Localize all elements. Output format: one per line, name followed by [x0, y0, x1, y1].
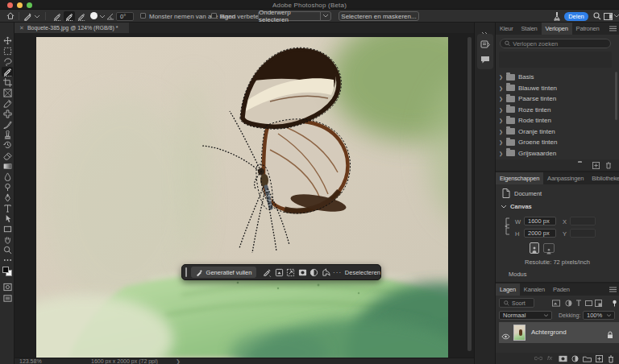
deselect-button[interactable]: Deselecteren: [345, 269, 380, 276]
layer-effects-icon[interactable]: fx: [547, 354, 552, 362]
eyedropper-tool-icon[interactable]: [2, 98, 13, 108]
history-brush-tool-icon[interactable]: [2, 140, 13, 150]
filter-smart-objects-icon[interactable]: [592, 298, 604, 308]
gradient-folder-rode[interactable]: ❯Rode tinten: [499, 115, 613, 126]
butterfly-photo[interactable]: [36, 37, 448, 358]
link-dimensions-icon[interactable]: [504, 217, 510, 235]
tab-kanalen[interactable]: Kanalen: [520, 283, 549, 296]
close-tab-icon[interactable]: ✕: [19, 25, 24, 31]
link-layers-icon[interactable]: [534, 356, 542, 361]
hand-tool-icon[interactable]: [2, 234, 13, 244]
crop-tool-icon[interactable]: [2, 77, 13, 87]
sample-all-layers-checkbox[interactable]: [140, 13, 146, 19]
new-layer-icon[interactable]: [596, 355, 603, 362]
gradient-folder-basis[interactable]: ❯Basis: [499, 72, 613, 82]
tab-bibliotheken[interactable]: Bibliotheken: [588, 172, 619, 184]
transform-selection-icon[interactable]: [285, 267, 297, 278]
canvas-section-header[interactable]: Canvas: [501, 203, 532, 210]
generative-fill-button[interactable]: Generatief vullen: [191, 267, 257, 278]
tool-preset-dropdown-icon[interactable]: [35, 15, 39, 19]
more-options-icon[interactable]: ···: [331, 267, 343, 278]
refine-edge-checkbox[interactable]: [211, 13, 217, 19]
tab-stalen[interactable]: Stalen: [517, 23, 542, 35]
chevron-down-icon[interactable]: [614, 14, 619, 18]
path-selection-tool-icon[interactable]: [2, 213, 13, 223]
select-subject-button[interactable]: Onderwerp selecteren: [258, 11, 321, 21]
eraser-tool-icon[interactable]: [2, 151, 13, 160]
document-label[interactable]: Document: [514, 190, 542, 197]
tab-verlopen[interactable]: Verlopen: [542, 23, 572, 35]
document-scrollbar[interactable]: [467, 37, 472, 351]
type-tool-icon[interactable]: [2, 203, 13, 213]
share-button[interactable]: Delen: [564, 12, 588, 21]
width-field[interactable]: 1600 px: [524, 217, 556, 225]
gradient-folder-paarse[interactable]: ❯Paarse tinten: [499, 93, 613, 104]
subtract-selection-brush-icon[interactable]: [76, 11, 87, 21]
home-icon[interactable]: [6, 12, 15, 20]
blend-mode-select[interactable]: Normaal: [499, 311, 552, 320]
opacity-field[interactable]: 100%: [583, 311, 615, 320]
x-field[interactable]: [570, 217, 596, 225]
remove-background-icon[interactable]: [273, 267, 285, 278]
brush-size-dropdown-icon[interactable]: [100, 15, 105, 19]
panel-menu-icon[interactable]: [609, 23, 619, 35]
tab-lagen[interactable]: Lagen: [496, 283, 520, 296]
tab-paden[interactable]: Paden: [549, 283, 574, 296]
layer-row-achtergrond[interactable]: Achtergrond: [499, 322, 619, 343]
filter-pin-icon[interactable]: [609, 298, 619, 308]
layer-filter-field[interactable]: Soort: [499, 298, 534, 308]
add-mask-icon[interactable]: [559, 355, 567, 362]
shape-tool-icon[interactable]: [2, 224, 13, 234]
gradient-folder-roze[interactable]: ❯Roze tinten: [499, 105, 613, 115]
status-chevron-icon[interactable]: ❯: [176, 358, 181, 364]
document-tab[interactable]: ✕ Boquete-385.jpg @ 124% (RGB/8) *: [15, 23, 129, 33]
move-tool-icon[interactable]: [2, 35, 13, 45]
new-item-icon[interactable]: [592, 162, 600, 169]
learn-panel-icon[interactable]: [480, 38, 490, 52]
clone-stamp-tool-icon[interactable]: [2, 130, 13, 139]
gradient-tool-icon[interactable]: [2, 161, 13, 171]
trash-icon[interactable]: [605, 162, 612, 169]
y-field[interactable]: [570, 229, 596, 238]
portrait-orientation-button[interactable]: [530, 242, 539, 254]
invert-selection-icon[interactable]: [308, 267, 320, 278]
pen-tool-icon[interactable]: [2, 192, 13, 202]
tab-aanpassingen[interactable]: Aanpassingen: [543, 172, 588, 184]
workspace-icon[interactable]: [604, 13, 613, 20]
layer-thumbnail[interactable]: [513, 325, 526, 341]
screen-mode-icon[interactable]: [2, 293, 13, 303]
layer-visibility-eye-icon[interactable]: [501, 329, 510, 343]
taskbar-drag-handle[interactable]: [185, 267, 187, 277]
gradient-folder-grijswaarden[interactable]: ❯Grijswaarden: [499, 148, 613, 159]
healing-brush-tool-icon[interactable]: [2, 109, 13, 118]
gradient-search-field[interactable]: [500, 39, 611, 48]
beta-feedback-icon[interactable]: [553, 12, 561, 21]
gradient-folder-groene[interactable]: ❯Groene tinten: [499, 137, 613, 147]
landscape-orientation-button[interactable]: [543, 243, 555, 253]
height-field[interactable]: 2000 px: [524, 229, 556, 238]
add-adjustment-icon[interactable]: [571, 355, 579, 362]
marquee-tool-icon[interactable]: [2, 46, 13, 56]
add-selection-brush-icon[interactable]: [64, 11, 75, 21]
gradients-scrollbar[interactable]: [615, 72, 617, 120]
panel-menu-icon[interactable]: [609, 283, 619, 296]
tool-preset-icon[interactable]: [23, 12, 32, 21]
zoom-tool-icon[interactable]: [2, 245, 13, 254]
frame-tool-icon[interactable]: [2, 88, 13, 97]
brush-size-picker[interactable]: [90, 12, 98, 19]
filter-adjustment-layers-icon[interactable]: [563, 298, 574, 308]
foreground-background-swatches[interactable]: [2, 267, 12, 278]
angle-field[interactable]: 0°: [116, 12, 134, 21]
gradient-search-input[interactable]: [513, 40, 606, 48]
blur-tool-icon[interactable]: [2, 172, 13, 181]
modify-selection-icon[interactable]: [261, 267, 273, 278]
comments-panel-icon[interactable]: [480, 53, 490, 68]
brush-tool-icon[interactable]: [2, 119, 13, 129]
feedback-icon[interactable]: [320, 267, 332, 278]
dodge-tool-icon[interactable]: [2, 182, 13, 192]
gradient-folder-oranje[interactable]: ❯Oranje tinten: [499, 126, 613, 137]
canvas-area[interactable]: Generatief vullen ··· Deselecteren: [15, 33, 474, 358]
tab-kleur[interactable]: Kleur: [496, 23, 517, 35]
tab-patronen[interactable]: Patronen: [572, 23, 604, 35]
create-mask-icon[interactable]: [297, 267, 309, 278]
